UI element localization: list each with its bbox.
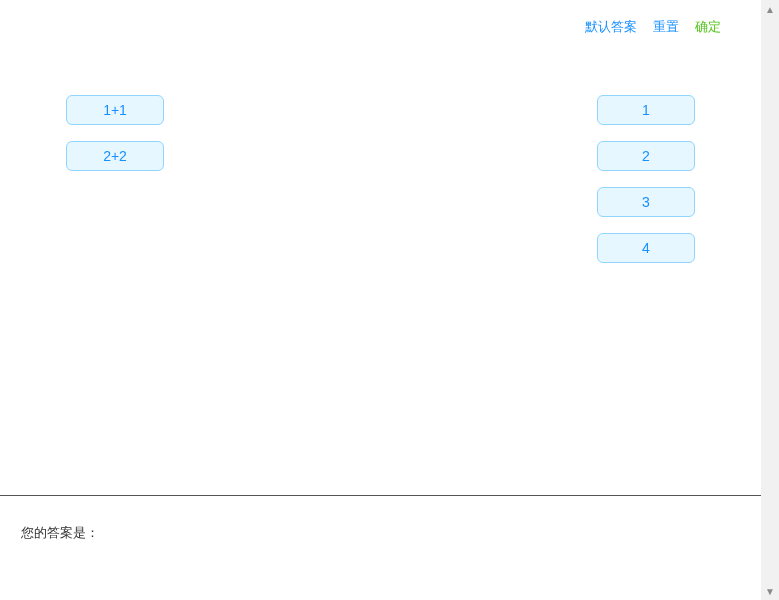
main-content: 默认答案 重置 确定 1+1 2+2 1 2 3 4 您的答案是： xyxy=(0,0,761,600)
scroll-down-icon[interactable]: ▼ xyxy=(761,582,779,600)
left-column: 1+1 2+2 xyxy=(66,95,164,263)
left-item[interactable]: 1+1 xyxy=(66,95,164,125)
right-item[interactable]: 1 xyxy=(597,95,695,125)
reset-link[interactable]: 重置 xyxy=(653,18,679,36)
answer-label: 您的答案是： xyxy=(21,524,99,542)
default-answer-link[interactable]: 默认答案 xyxy=(585,18,637,36)
toolbar: 默认答案 重置 确定 xyxy=(585,18,721,36)
left-item[interactable]: 2+2 xyxy=(66,141,164,171)
right-item[interactable]: 4 xyxy=(597,233,695,263)
right-column: 1 2 3 4 xyxy=(597,95,695,263)
confirm-link[interactable]: 确定 xyxy=(695,18,721,36)
right-item[interactable]: 2 xyxy=(597,141,695,171)
scrollbar[interactable]: ▲ ▼ xyxy=(761,0,779,600)
match-area: 1+1 2+2 1 2 3 4 xyxy=(0,95,761,263)
divider xyxy=(0,495,761,496)
scroll-up-icon[interactable]: ▲ xyxy=(761,0,779,18)
right-item[interactable]: 3 xyxy=(597,187,695,217)
